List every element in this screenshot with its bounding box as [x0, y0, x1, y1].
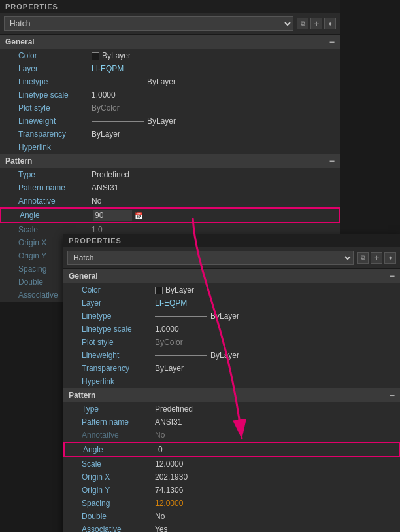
bottom-originx-row: Origin X 202.1930	[63, 470, 400, 484]
top-lineweight-row: Lineweight ByLayer	[0, 115, 340, 128]
bottom-transparency-value: ByLayer	[155, 364, 184, 373]
top-ltscale-row: Linetype scale 1.0000	[0, 88, 340, 101]
bottom-icon-plus[interactable]: ✛	[371, 252, 382, 264]
top-linetype-row: Linetype ByLayer	[0, 75, 340, 88]
top-pattern-label: Pattern	[5, 156, 32, 166]
top-annotative-label: Annotative	[0, 196, 92, 205]
bottom-spacing-label: Spacing	[63, 499, 155, 508]
top-layer-value: LI-EQPM	[92, 64, 124, 73]
bottom-pattern-label: Pattern	[69, 391, 95, 400]
top-dropdown-row: Hatch ⧉ ✛ ✦	[0, 13, 340, 35]
top-hyperlink-row: Hyperlink	[0, 141, 340, 154]
bottom-color-row: Color ByLayer	[63, 283, 400, 296]
bottom-patname-value: ANSI31	[155, 417, 182, 427]
bottom-linetype-row: Linetype ByLayer	[63, 310, 400, 323]
bottom-linetype-label: Linetype	[63, 311, 155, 321]
top-toolbar-icons: ⧉ ✛ ✦	[297, 18, 336, 29]
bottom-originy-label: Origin Y	[63, 486, 155, 495]
bottom-layer-value: LI-EQPM	[155, 298, 187, 308]
top-patname-label: Pattern name	[0, 183, 92, 192]
bottom-general-header: General −	[63, 269, 400, 283]
bottom-pattern-header: Pattern −	[63, 388, 400, 402]
bottom-color-label: Color	[63, 285, 155, 294]
top-hatch-dropdown[interactable]: Hatch	[4, 16, 293, 31]
bottom-assoc-value: Yes	[155, 525, 168, 532]
top-color-label: Color	[0, 51, 92, 60]
lineweight-line-icon	[92, 121, 144, 122]
bottom-color-swatch	[155, 287, 163, 294]
top-pattern-collapse[interactable]: −	[329, 156, 335, 166]
bottom-originy-row: Origin Y 74.1306	[63, 484, 400, 497]
bottom-icon-copy[interactable]: ⧉	[357, 252, 369, 264]
bottom-linetype-value: ByLayer	[155, 311, 239, 321]
bottom-transparency-label: Transparency	[63, 364, 155, 373]
top-layer-label: Layer	[0, 64, 92, 73]
top-scale-value: 1.0	[92, 225, 103, 234]
top-ltscale-label: Linetype scale	[0, 90, 92, 99]
bottom-spacing-value: 12.0000	[155, 499, 183, 508]
bottom-hyperlink-row: Hyperlink	[63, 375, 400, 388]
bottom-originx-value: 202.1930	[155, 472, 188, 482]
bottom-scale-row: Scale 12.0000	[63, 457, 400, 470]
icon-star[interactable]: ✦	[324, 18, 336, 29]
top-patname-value: ANSI31	[92, 183, 118, 192]
top-linetype-label: Linetype	[0, 77, 92, 86]
bottom-plotstyle-label: Plot style	[63, 338, 155, 347]
bottom-ltscale-label: Linetype scale	[63, 325, 155, 334]
top-plotstyle-row: Plot style ByColor	[0, 101, 340, 115]
bottom-linetype-line	[155, 316, 207, 317]
top-hyperlink-label: Hyperlink	[0, 143, 92, 152]
calendar-icon: 📅	[133, 210, 144, 221]
bottom-lineweight-row: Lineweight ByLayer	[63, 349, 400, 362]
icon-plus[interactable]: ✛	[310, 18, 322, 29]
top-type-row: Type Predefined	[0, 168, 340, 181]
bottom-layer-label: Layer	[63, 298, 155, 308]
bottom-originx-label: Origin X	[63, 472, 155, 482]
top-angle-row: Angle 📅	[0, 207, 340, 223]
bottom-angle-label: Angle	[65, 445, 156, 454]
top-transparency-row: Transparency ByLayer	[0, 128, 340, 141]
bottom-dropdown-row: Hatch ⧉ ✛ ✦	[63, 247, 400, 269]
top-plotstyle-label: Plot style	[0, 103, 92, 113]
top-ltscale-value: 1.0000	[92, 90, 116, 99]
top-panel-title: PROPERTIES	[0, 0, 340, 13]
bottom-angle-input[interactable]	[156, 444, 195, 455]
bottom-hatch-dropdown[interactable]: Hatch	[67, 251, 354, 265]
bottom-type-label: Type	[63, 404, 155, 414]
icon-copy[interactable]: ⧉	[297, 18, 308, 29]
top-type-label: Type	[0, 170, 92, 179]
bottom-lineweight-value: ByLayer	[155, 351, 239, 360]
bottom-annotative-value: No	[155, 431, 165, 440]
bottom-pattern-collapse[interactable]: −	[390, 390, 395, 400]
bottom-layer-row: Layer LI-EQPM	[63, 296, 400, 310]
top-annotative-value: No	[92, 196, 101, 205]
bottom-ltscale-row: Linetype scale 1.0000	[63, 323, 400, 336]
top-scale-label: Scale	[0, 225, 92, 234]
top-patname-row: Pattern name ANSI31	[0, 181, 340, 194]
top-annotative-row: Annotative No	[0, 194, 340, 207]
top-linetype-value: ByLayer	[92, 77, 176, 86]
bottom-assoc-label: Associative	[63, 525, 155, 532]
color-swatch-icon	[92, 52, 99, 60]
bottom-annotative-label: Annotative	[63, 431, 155, 440]
bottom-originy-value: 74.1306	[155, 486, 183, 495]
top-general-header: General −	[0, 35, 340, 49]
bottom-panel-title: PROPERTIES	[63, 234, 400, 247]
bottom-ltscale-value: 1.0000	[155, 325, 179, 334]
bottom-plotstyle-value: ByColor	[155, 338, 183, 347]
bottom-general-label: General	[69, 272, 98, 281]
top-general-collapse[interactable]: −	[329, 37, 335, 47]
bottom-assoc-row: Associative Yes	[63, 523, 400, 532]
bottom-color-value: ByLayer	[155, 285, 194, 294]
top-lineweight-label: Lineweight	[0, 116, 92, 126]
bottom-general-collapse[interactable]: −	[390, 271, 395, 281]
bottom-icon-star[interactable]: ✦	[384, 252, 396, 264]
bottom-scale-value: 12.0000	[155, 459, 183, 469]
top-angle-input[interactable]	[93, 210, 132, 221]
bottom-properties-panel: PROPERTIES Hatch ⧉ ✛ ✦ General − Color B…	[63, 234, 400, 532]
bottom-double-label: Double	[63, 512, 155, 521]
top-lineweight-value: ByLayer	[92, 116, 176, 126]
bottom-hyperlink-label: Hyperlink	[63, 377, 155, 386]
bottom-lineweight-label: Lineweight	[63, 351, 155, 360]
bottom-double-row: Double No	[63, 510, 400, 523]
